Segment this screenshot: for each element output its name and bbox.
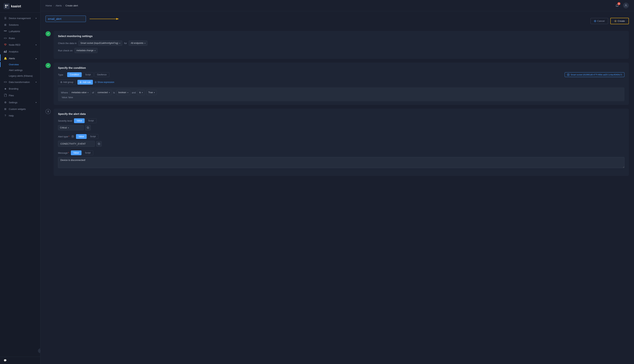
sidebar-subitem-alert-settings[interactable]: Alert settings [0,67,40,73]
alert-type-group: Alert type ? Value Script [58,134,624,147]
logo-text: kaaiot [11,4,21,8]
step2-badge: ✓ [46,63,51,68]
node-red-icon [4,43,7,46]
tab-condition[interactable]: Condition [67,72,82,77]
alert-type-input-row [58,141,624,147]
svg-rect-6 [5,51,5,53]
sidebar-item-files[interactable]: Files [0,92,40,99]
rules-icon: <> [4,37,7,40]
severity-group: Severity level Value Script Critical ▾ [58,118,624,130]
connected-select[interactable]: connected ▾ [96,90,112,95]
sidebar-item-help[interactable]: ? Help [0,112,40,119]
run-check-row: Run check on metadata change ▾ [58,48,624,53]
breadcrumb-home[interactable]: Home [46,4,52,7]
sidebar-navigation: ☰ Device management ▾ ⊞ Solutions LoRaWA… [0,13,40,357]
add-group-button[interactable]: Add group [58,80,76,85]
tab-script[interactable]: Script [83,72,94,77]
svg-rect-5 [4,51,5,53]
main-content: Home › Alerts › Create alert 11 [40,0,634,364]
endpoints-select[interactable]: All endpoints ▾ [129,40,147,46]
condition-where-row: Where metadata value ▾ of connected ▾ is [61,90,621,95]
type-label: Type [58,74,63,76]
branding-icon: ◈ [4,87,7,90]
notification-badge: 11 [617,2,620,5]
alert-type-copy-button[interactable] [96,141,102,146]
metadata-select[interactable]: metadata value ▾ [69,90,91,95]
alert-type-script-tab[interactable]: Script [87,134,99,139]
alert-type-label: Alert type [58,135,69,138]
step1-title: Select monitoring settings [58,34,624,38]
svg-rect-2 [5,6,7,8]
is-label: is [113,91,115,94]
notification-button[interactable]: 11 [614,2,620,8]
sidebar-item-node-red[interactable]: Node-RED ▾ [0,42,40,48]
message-script-tab[interactable]: Script [82,150,94,155]
sidebar-item-custom-widgets[interactable]: ⊞ Custom widgets [0,106,40,112]
device-select[interactable]: Smart socket (bspu51aikfmmfgrk47og) ▾ [78,40,122,46]
header-actions: Cancel Create [590,18,629,24]
alert-type-tab-group: Value Script [76,134,99,139]
step3-content: Specify the alert data Severity level Va… [54,108,629,176]
sidebar-item-device-management[interactable]: ☰ Device management ▾ [0,15,40,22]
severity-select[interactable]: Critical ▾ [58,125,84,130]
custom-widgets-icon: ⊞ [4,108,7,110]
cancel-button[interactable]: Cancel [590,18,608,24]
data-transformation-icon: <> [4,80,7,84]
run-check-select[interactable]: metadata change ▾ [75,48,98,53]
chevron-icon: ▴ [36,58,37,60]
sidebar-item-branding[interactable]: ◈ Branding [0,85,40,92]
sidebar-subitem-legacy-alerts[interactable]: Legacy alerts (Kibana) [0,73,40,79]
logo-icon [4,3,10,9]
boolean-select[interactable]: boolean ▾ [116,90,130,95]
message-value-tab[interactable]: Value [71,150,82,155]
alert-type-input[interactable] [58,141,95,147]
alert-type-help-icon[interactable]: ? [71,135,74,138]
chevron-icon: ▾ [36,44,37,46]
alert-name-row [46,16,119,22]
device-management-icon: ☰ [4,17,7,20]
svg-point-19 [568,74,569,75]
sidebar-item-data-transformation[interactable]: <> Data transformation ▾ [0,79,40,85]
is2-select[interactable]: is ▾ [137,90,145,95]
true-value: True [148,91,153,94]
sidebar-item-settings[interactable]: ⚙ Settings ▾ [0,99,40,106]
type-row: Type Condition Script Geofence Smart soc… [58,72,624,77]
chevron-icon: ▾ [36,102,37,104]
sidebar-item-analytics[interactable]: Analytics [0,48,40,55]
severity-copy-button[interactable] [85,125,91,130]
svg-rect-29 [87,127,89,128]
sidebar-chat[interactable]: 💬 [0,357,40,364]
files-icon [4,94,7,97]
sidebar-item-solutions[interactable]: ⊞ Solutions [0,22,40,28]
message-textarea[interactable]: Device is disconnected! [58,157,624,168]
endpoints-chevron-icon: ▾ [145,42,145,44]
connected-chevron-icon: ▾ [109,92,110,94]
check-data-label: Check the data in [58,42,77,44]
severity-label: Severity level [58,120,72,122]
where-label: Where [61,91,68,94]
add-rule-label: Add rule [83,81,91,84]
device-context-badge[interactable]: Smart socket (810881d8-477f-490e-ad20-1c… [565,72,624,77]
sidebar-subitem-overview[interactable]: Overview [0,62,40,67]
create-button[interactable]: Create [610,18,629,24]
tab-geofence[interactable]: Geofence [94,72,109,77]
severity-tab-group: Value Script [74,118,97,123]
sidebar-item-rules[interactable]: <> Rules [0,35,40,42]
add-group-label: Add group [63,81,73,84]
run-check-chevron-icon: ▾ [95,50,96,52]
alert-name-input[interactable] [46,16,86,22]
step2-content: Specify the condition Type Condition Scr… [54,62,629,105]
alert-type-value-tab[interactable]: Value [76,134,87,139]
severity-value-tab[interactable]: Value [74,118,85,123]
sidebar-item-alerts[interactable]: 🔔 Alerts ▴ [0,55,40,62]
true-select[interactable]: True ▾ [146,90,157,95]
show-expression-label: Show expression [98,81,114,84]
show-expression-button[interactable]: Show expression [95,81,114,84]
user-avatar-button[interactable] [623,2,629,8]
severity-script-tab[interactable]: Script [85,118,97,123]
check-data-row: Check the data in Smart socket (bspu51ai… [58,40,624,46]
arrow-indicator [90,17,119,21]
sidebar-item-lorawan[interactable]: LoRaWAN [0,28,40,35]
breadcrumb-alerts[interactable]: Alerts [56,4,62,7]
add-rule-button[interactable]: Add rule [78,80,93,84]
